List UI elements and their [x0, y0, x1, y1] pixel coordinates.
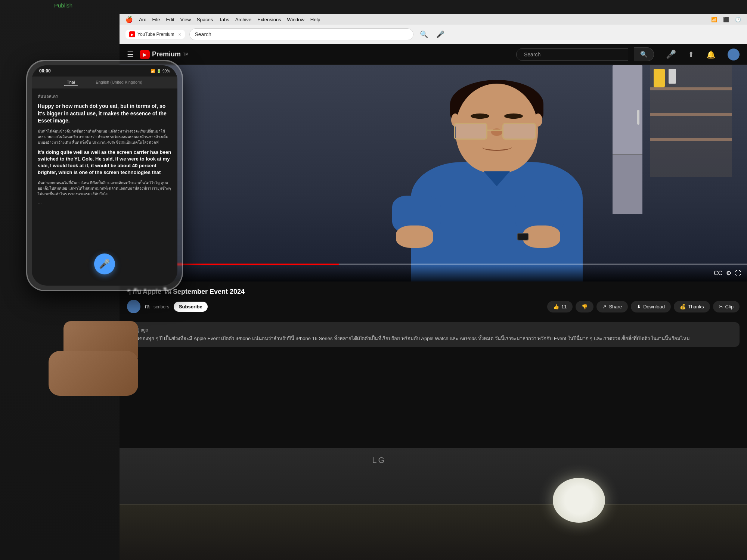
share-button[interactable]: ↗ Share [596, 301, 628, 312]
video-info: ๆ กับ Apple ใน September Event 2024 ra s… [120, 281, 747, 319]
phone-screen: 00:00 📶 🔋 90% Thai English (United Kingd… [32, 65, 177, 286]
phone-time: 00:00 [39, 68, 51, 74]
menu-extensions[interactable]: Extensions [257, 17, 281, 22]
tab-close[interactable]: ✕ [178, 32, 181, 37]
yt-logo-text: Premium [152, 50, 181, 58]
video-player[interactable]: ▶ ⏭ 🔊 CC ⚙ ⛶ [120, 65, 747, 281]
phone-device: 00:00 📶 🔋 90% Thai English (United Kingd… [26, 60, 183, 291]
description-text: อนซองทุก ๆ ปี เป็นช่วงที่จะมี Apple Even… [133, 335, 734, 342]
video-meta-row: ra scribers Subscribe 👍 11 👎 ↗ Share [127, 300, 740, 313]
yt-premium-badge: TM [183, 52, 188, 56]
video-action-btns: 👍 11 👎 ↗ Share ⬇ Download 💰 Thanks [547, 301, 740, 312]
phone-mic-button[interactable]: 🎤 [94, 253, 115, 274]
download-button[interactable]: ⬇ Download [631, 301, 671, 312]
lamp-shade [553, 478, 605, 523]
thumb-down-icon: 👎 [582, 304, 588, 309]
menu-file[interactable]: File [152, 17, 160, 22]
yt-search-btn[interactable]: 🔍 [634, 47, 654, 61]
phone-lang-bar: Thai English (United Kingdom) [32, 77, 177, 88]
phone-case: 00:00 📶 🔋 90% Thai English (United Kingd… [26, 60, 183, 291]
hand-left [396, 225, 433, 248]
lang-thai[interactable]: Thai [64, 79, 78, 86]
hamburger-menu[interactable]: ☰ [127, 50, 134, 59]
bluetooth-icon: ⬛ [723, 17, 729, 22]
thumb-up-icon: 👍 [553, 304, 559, 309]
settings-btn[interactable]: ⚙ [726, 270, 731, 277]
menu-edit[interactable]: Edit [166, 17, 174, 22]
yt-upload-btn[interactable]: ⬆ [688, 50, 694, 59]
menu-view[interactable]: View [180, 17, 191, 22]
yt-avatar[interactable] [728, 49, 740, 60]
menu-arc[interactable]: Arc [139, 17, 146, 22]
wifi-icon: 📶 [711, 17, 717, 22]
video-person [381, 65, 642, 281]
hand-holding-phone [49, 321, 153, 403]
watch [517, 233, 529, 240]
transcript-english-2: It's doing quite well as well as the scr… [38, 149, 171, 176]
phone-status-icons: 📶 🔋 90% [151, 69, 170, 73]
video-background [120, 65, 747, 281]
search-text: Search [195, 31, 211, 37]
person-glasses [454, 123, 536, 141]
video-description[interactable]: ๆ ปู ago อนซองทุก ๆ ปี เป็นช่วงที่จะมี A… [127, 322, 740, 347]
subscribe-button[interactable]: Subscribe [174, 302, 208, 312]
subtitles-btn[interactable]: CC [714, 270, 722, 277]
browser-chrome: ▶ YouTube Premium ✕ Search 🔍 🎤 [120, 25, 747, 44]
transcript-thai-2: มันต่องกกกมนนไม่กี่มันเอาไหน กีคือเป็นอิ… [38, 180, 171, 197]
lang-english[interactable]: English (United Kingdom) [93, 79, 145, 86]
description-time: ๆ ปู ago [133, 327, 734, 333]
yt-header: ☰ Premium TM Search 🔍 🎤 ⬆ 🔔 [120, 44, 747, 65]
share-icon: ↗ [602, 304, 607, 309]
address-bar[interactable]: Search [189, 28, 413, 40]
channel-avatar[interactable] [127, 300, 140, 313]
clip-icon: ✂ [719, 304, 723, 309]
menu-help[interactable]: Help [310, 17, 320, 22]
like-button[interactable]: 👍 11 [547, 301, 573, 312]
person-arms [392, 196, 564, 252]
channel-name[interactable]: ra [145, 304, 149, 309]
video-shelf [650, 65, 732, 177]
ellipsis: ... [38, 200, 171, 205]
transcript-thai-1: มันทำได้ต่อนซ้างดีมากซื้อกว่าเดิมด้วยเนอ… [38, 128, 171, 145]
battery-pct: 90% [162, 69, 170, 73]
subscribers-count: scribers [154, 304, 169, 309]
download-icon: ⬇ [637, 304, 641, 309]
desk-lamp [553, 478, 605, 523]
mic-icon: 🎤 [99, 259, 110, 269]
menu-window[interactable]: Window [287, 17, 304, 22]
thanks-icon: 💰 [680, 304, 686, 309]
mic-browser-icon[interactable]: 🎤 [434, 28, 446, 40]
thanks-button[interactable]: 💰 Thanks [674, 301, 710, 312]
transcript-english-1: Huppy or how much dot you eat, but in te… [38, 103, 171, 125]
clock-icon: 🕐 [735, 17, 741, 22]
yt-search-input[interactable]: Search [516, 48, 628, 61]
yt-logo[interactable]: Premium TM [140, 50, 188, 59]
mac-menu-bar: 🍎 Arc File Edit View Spaces Tabs Archive… [120, 14, 747, 25]
fullscreen-btn[interactable]: ⛶ [735, 270, 741, 277]
menu-tabs[interactable]: Tabs [219, 17, 229, 22]
phone-transcript-content: หันนอสเตร Huppy or how much dot you eat,… [32, 88, 177, 271]
yt-mic-btn[interactable]: 🎤 [666, 50, 676, 59]
youtube-favicon: ▶ [129, 31, 135, 37]
wifi-status-icon: 📶 [151, 69, 155, 73]
like-count: 11 [561, 304, 567, 309]
yt-notifications-btn[interactable]: 🔔 [706, 50, 716, 59]
video-title: ๆ กับ Apple ใน September Event 2024 [127, 286, 740, 297]
channel-info: ra scribers [145, 303, 169, 310]
publish-label[interactable]: Publish [54, 2, 72, 9]
phone-status-bar: 00:00 📶 🔋 90% [32, 65, 177, 77]
clip-button[interactable]: ✂ Clip [713, 301, 740, 312]
phone-header: หันนอสเตร [38, 93, 171, 100]
video-controls: ▶ ⏭ 🔊 CC ⚙ ⛶ [120, 265, 747, 281]
hand-right [523, 225, 560, 248]
apple-menu[interactable]: 🍎 [125, 16, 133, 23]
dislike-button[interactable]: 👎 [576, 301, 593, 312]
battery-icon: 🔋 [156, 69, 161, 73]
menu-spaces[interactable]: Spaces [197, 17, 213, 22]
search-icon[interactable]: 🔍 [418, 28, 430, 40]
menu-archive[interactable]: Archive [235, 17, 251, 22]
tab-label[interactable]: YouTube Premium [137, 32, 174, 37]
monitor-brand-label: LG [372, 455, 386, 465]
yt-logo-icon [140, 50, 150, 59]
